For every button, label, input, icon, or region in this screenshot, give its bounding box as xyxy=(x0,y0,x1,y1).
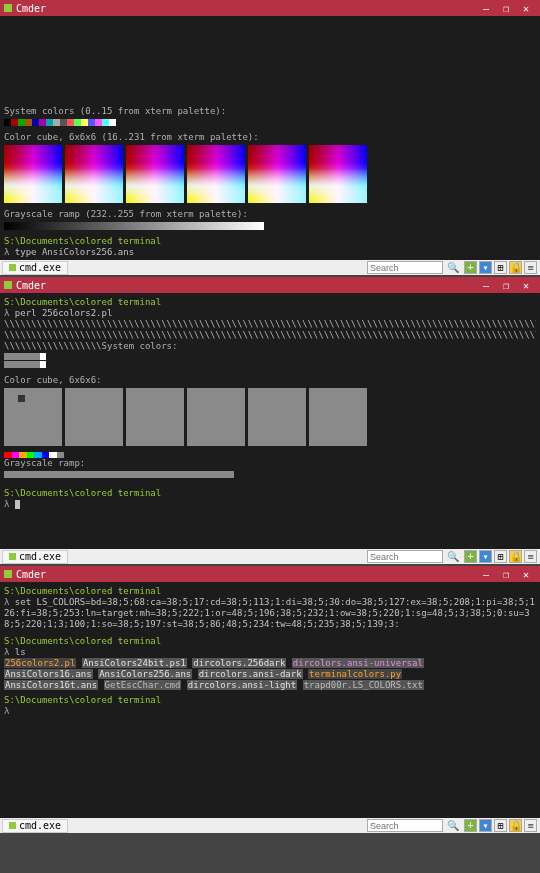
terminal-output: S:\Documents\colored terminal λ set LS_C… xyxy=(0,582,540,818)
system-colors-swatch xyxy=(4,361,536,368)
bottom-toolbar: cmd.exe 🔍 + ▾ ⊞ 🔒 ≡ xyxy=(0,818,540,833)
label-system-colors: System colors (0..15 from xterm palette)… xyxy=(4,106,536,117)
slash-output: \\\\\\\\\\\\\\\\\\\\\\\\\\\\\\\\\\\\\\\\… xyxy=(4,319,536,330)
color-cube xyxy=(309,388,367,446)
grayscale-ramp xyxy=(4,471,234,478)
prompt-path: S:\Documents\colored terminal xyxy=(4,636,536,647)
maximize-button[interactable]: ❐ xyxy=(496,280,516,291)
cmder-icon xyxy=(4,281,12,289)
color-cube xyxy=(65,388,123,446)
grayscale-ramp xyxy=(4,222,264,230)
tab-icon xyxy=(9,264,16,271)
command-line: λ perl 256colors2.pl xyxy=(4,308,536,319)
prompt-path: S:\Documents\colored terminal xyxy=(4,488,536,499)
label-color-cube: Color cube, 6x6x6: xyxy=(4,375,536,386)
terminal-output: S:\Documents\colored terminal λ perl 256… xyxy=(0,293,540,549)
label-grayscale: Grayscale ramp (232..255 from xterm pale… xyxy=(4,209,536,220)
tab-cmd[interactable]: cmd.exe xyxy=(2,550,68,564)
close-button[interactable]: ✕ xyxy=(516,3,536,14)
label-grayscale: Grayscale ramp: xyxy=(4,458,536,469)
titlebar: Cmder — ❐ ✕ xyxy=(0,0,540,16)
close-button[interactable]: ✕ xyxy=(516,569,536,580)
lock-button[interactable]: 🔒 xyxy=(509,550,522,563)
color-cube xyxy=(187,388,245,446)
search-icon[interactable]: 🔍 xyxy=(447,820,459,831)
add-tab-button[interactable]: + xyxy=(464,550,477,563)
command-line[interactable]: λ xyxy=(4,706,536,717)
ls-output: 256colors2.pl AnsiColors24bit.ps1 dircol… xyxy=(4,658,536,691)
menu-button[interactable]: ≡ xyxy=(524,261,537,274)
minimize-button[interactable]: — xyxy=(476,569,496,580)
titlebar: Cmder — ❐ ✕ xyxy=(0,277,540,293)
color-cube xyxy=(4,388,62,446)
maximize-button[interactable]: ❐ xyxy=(496,569,516,580)
search-icon[interactable]: 🔍 xyxy=(447,262,459,273)
layout-button[interactable]: ⊞ xyxy=(494,550,507,563)
color-cube xyxy=(248,145,306,203)
color-cube xyxy=(126,388,184,446)
command-line[interactable]: λ xyxy=(4,499,536,510)
minimize-button[interactable]: — xyxy=(476,3,496,14)
window-title: Cmder xyxy=(16,280,476,291)
bottom-toolbar: cmd.exe 🔍 + ▾ ⊞ 🔒 ≡ xyxy=(0,549,540,564)
label-color-cube: Color cube, 6x6x6 (16..231 from xterm pa… xyxy=(4,132,536,143)
add-tab-button[interactable]: + xyxy=(464,819,477,832)
terminal-output: System colors (0..15 from xterm palette)… xyxy=(0,16,540,260)
cursor xyxy=(15,500,20,509)
color-cube xyxy=(187,145,245,203)
color-cube xyxy=(65,145,123,203)
label-system-colors: \\\\\\\\\\\\\\\\\\System colors: xyxy=(4,341,536,352)
maximize-button[interactable]: ❐ xyxy=(496,3,516,14)
dropdown-button[interactable]: ▾ xyxy=(479,819,492,832)
prompt-path: S:\Documents\colored terminal xyxy=(4,586,536,597)
bottom-toolbar: cmd.exe 🔍 + ▾ ⊞ 🔒 ≡ xyxy=(0,260,540,275)
color-cube xyxy=(248,388,306,446)
dropdown-button[interactable]: ▾ xyxy=(479,261,492,274)
color-cube xyxy=(4,145,62,203)
add-tab-button[interactable]: + xyxy=(464,261,477,274)
tab-icon xyxy=(9,553,16,560)
layout-button[interactable]: ⊞ xyxy=(494,819,507,832)
prompt-path: S:\Documents\colored terminal xyxy=(4,297,536,308)
minimize-button[interactable]: — xyxy=(476,280,496,291)
cmder-icon xyxy=(4,4,12,12)
cmder-window-1: Cmder — ❐ ✕ System colors (0..15 from xt… xyxy=(0,0,540,275)
search-input[interactable] xyxy=(367,261,443,274)
prompt-path: S:\Documents\colored terminal xyxy=(4,236,536,247)
cmder-window-2: Cmder — ❐ ✕ S:\Documents\colored termina… xyxy=(0,277,540,564)
menu-button[interactable]: ≡ xyxy=(524,550,537,563)
slash-output: \\\\\\\\\\\\\\\\\\\\\\\\\\\\\\\\\\\\\\\\… xyxy=(4,330,536,341)
lock-button[interactable]: 🔒 xyxy=(509,819,522,832)
system-colors-swatch xyxy=(4,119,536,126)
command-line: λ set LS_COLORS=bd=38;5;68:ca=38;5;17:cd… xyxy=(4,597,536,630)
titlebar: Cmder — ❐ ✕ xyxy=(0,566,540,582)
menu-button[interactable]: ≡ xyxy=(524,819,537,832)
search-input[interactable] xyxy=(367,819,443,832)
lock-button[interactable]: 🔒 xyxy=(509,261,522,274)
search-input[interactable] xyxy=(367,550,443,563)
command-line: λ ls xyxy=(4,647,536,658)
tab-icon xyxy=(9,822,16,829)
prompt-path: S:\Documents\colored terminal xyxy=(4,695,536,706)
color-cube xyxy=(126,145,184,203)
tab-cmd[interactable]: cmd.exe xyxy=(2,261,68,275)
tab-cmd[interactable]: cmd.exe xyxy=(2,819,68,833)
layout-button[interactable]: ⊞ xyxy=(494,261,507,274)
color-cube xyxy=(309,145,367,203)
dropdown-button[interactable]: ▾ xyxy=(479,550,492,563)
window-title: Cmder xyxy=(16,3,476,14)
search-icon[interactable]: 🔍 xyxy=(447,551,459,562)
command-line: λ type AnsiColors256.ans xyxy=(4,247,536,258)
cmder-window-3: Cmder — ❐ ✕ S:\Documents\colored termina… xyxy=(0,566,540,833)
close-button[interactable]: ✕ xyxy=(516,280,536,291)
color-cube-row xyxy=(4,145,536,203)
system-colors-swatch xyxy=(4,353,536,360)
window-title: Cmder xyxy=(16,569,476,580)
color-cube-row xyxy=(4,388,536,446)
cmder-icon xyxy=(4,570,12,578)
